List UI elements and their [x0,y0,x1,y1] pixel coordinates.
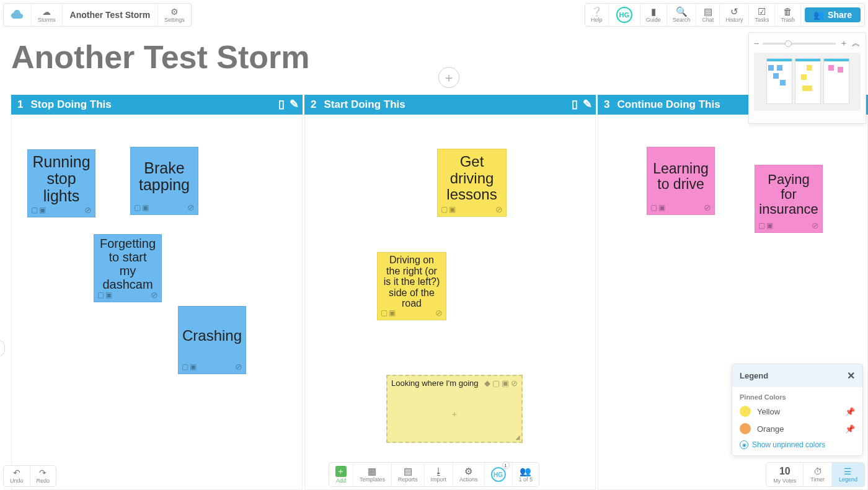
zoom-slider-knob[interactable] [785,40,792,47]
check-icon[interactable]: ⊘ [812,221,819,230]
search-button[interactable]: 🔍 Search [667,4,697,26]
collapse-minimap-icon[interactable]: ︽ [852,38,861,49]
check-icon[interactable]: ⊘ [235,362,242,372]
app-logo[interactable] [4,4,32,26]
redo-button[interactable]: ↷ Redo [30,466,56,486]
sticky-note[interactable]: Driving on the right (or is it the left?… [377,252,446,320]
history-button[interactable]: ↺ History [720,4,749,26]
history-icon: ↺ [730,7,738,16]
check-icon[interactable]: ⊘ [511,378,518,388]
sticky-note[interactable]: Forgetting to start my dashcam ▢▣⊘ [94,234,162,302]
comment-icon[interactable]: ▢ [441,206,448,214]
timer-button[interactable]: ⏱ Timer [804,463,832,486]
sticky-note[interactable]: Brake tapping ▢▣⊘ [130,147,198,215]
pin-icon[interactable]: 📌 [845,424,855,434]
stopwatch-icon: ⏱ [813,467,822,476]
sticky-note-editing[interactable]: Looking where I'm going ◆ ▢ ▣ ⊘ ＋ ◢ [386,375,523,443]
attachment-icon[interactable]: ▣ [190,363,197,371]
column-header[interactable]: 1 Stop Doing This ▯ ✎ [11,95,303,115]
help-button[interactable]: ❔ Help [585,4,609,26]
comment-icon[interactable]: ▢ [97,291,104,299]
trash-icon: 🗑 [783,7,792,16]
check-icon[interactable]: ⊘ [704,203,711,212]
attachment-icon[interactable]: ▣ [39,206,46,214]
attachment-icon[interactable]: ▣ [449,206,456,214]
bookmark-icon[interactable]: ▯ [572,97,578,111]
comment-icon[interactable]: ▢ [381,309,388,317]
legend-header: Legend ✕ [732,364,862,387]
note-editing-title[interactable]: Looking where I'm going [391,378,480,388]
legend-color-name: Yellow [757,407,780,416]
column-body[interactable]: Get driving lessons ▢▣⊘ Driving on the r… [304,115,596,490]
minimap-canvas[interactable] [754,53,861,111]
trash-button[interactable]: 🗑 Trash [775,4,801,26]
sticky-note[interactable]: Learning to drive ▢▣⊘ [647,147,715,215]
legend-button[interactable]: ☰ Legend [832,463,864,486]
edit-icon[interactable]: ✎ [290,97,299,111]
comment-icon[interactable]: ▢ [492,378,500,388]
bookmark-icon[interactable]: ▯ [278,97,285,111]
people-button[interactable]: 👥 1 of 5 [513,463,539,486]
sticky-note[interactable]: Paying for insurance ▢▣⊘ [755,165,823,233]
check-icon[interactable]: ⊘ [495,205,503,214]
show-unpinned-label: Show unpinned colors [752,440,825,449]
attachment-icon[interactable]: ▣ [105,291,112,299]
close-icon[interactable]: ✕ [847,370,855,382]
storm-title-header[interactable]: Another Test Storm [63,4,159,26]
comment-icon[interactable]: ▢ [134,204,141,212]
check-icon[interactable]: ⊘ [84,206,92,215]
comment-icon[interactable]: ▢ [650,204,657,212]
my-votes-button[interactable]: 10 My Votes [766,463,804,486]
pin-icon[interactable]: 📌 [845,407,855,416]
sticky-note[interactable]: Get driving lessons ▢▣⊘ [437,149,507,217]
chat-icon: ▤ [704,7,712,16]
zoom-in-button[interactable]: ＋ [839,38,848,49]
import-button[interactable]: ⭳ Import [424,463,453,486]
share-button[interactable]: 👥 Share [805,7,861,22]
add-note-button[interactable]: ＋ Add [329,463,353,486]
redo-icon: ↷ [39,468,46,477]
guide-label: Guide [646,17,661,23]
settings-nav[interactable]: ⚙ Settings [158,4,191,26]
legend-row-yellow[interactable]: Yellow 📌 [740,406,855,417]
attachment-icon[interactable]: ▣ [389,309,396,317]
resize-handle-icon[interactable]: ◢ [515,434,520,440]
legend-row-orange[interactable]: Orange 📌 [740,423,855,434]
templates-button[interactable]: ▦ Templates [353,463,392,486]
check-icon[interactable]: ⊘ [151,291,158,300]
column-body[interactable]: Running stop lights ▢▣⊘ Brake tapping ▢▣… [11,115,303,490]
history-label: History [725,17,743,23]
tasks-button[interactable]: ☑ Tasks [749,4,775,26]
legend-title: Legend [740,371,768,380]
tag-icon[interactable]: ◆ [484,378,490,388]
presence-avatar[interactable]: HG 1 [485,463,513,486]
chat-button[interactable]: ▤ Chat [696,4,720,26]
check-icon[interactable]: ⊘ [187,203,195,212]
user-avatar[interactable]: HG [609,4,640,26]
sticky-note[interactable]: Crashing ▢▣⊘ [178,306,246,374]
sticky-note[interactable]: Running stop lights ▢▣⊘ [27,149,95,217]
undo-button[interactable]: ↶ Undo [4,466,30,486]
note-editing-body[interactable]: ＋ [388,390,521,439]
left-drawer-tab[interactable] [0,339,5,357]
check-icon[interactable]: ⊘ [435,308,443,318]
actions-button[interactable]: ⚙ Actions [453,463,485,486]
zoom-slider[interactable] [763,43,836,45]
comment-icon[interactable]: ▢ [31,206,38,214]
edit-icon[interactable]: ✎ [583,97,592,111]
add-column-button[interactable]: ＋ [438,67,459,88]
storms-nav[interactable]: ☁ Storms [32,4,63,26]
reports-button[interactable]: ▤ Reports [392,463,425,486]
attachment-icon[interactable]: ▣ [658,204,665,212]
board-title[interactable]: Another Test Storm [11,38,310,76]
zoom-out-button[interactable]: − [754,38,759,48]
attachment-icon[interactable]: ▣ [766,222,773,230]
show-unpinned-link[interactable]: ◉ Show unpinned colors [740,440,855,449]
attachment-icon[interactable]: ▣ [142,204,149,212]
add-label: Add [336,478,346,484]
comment-icon[interactable]: ▢ [758,222,765,230]
comment-icon[interactable]: ▢ [182,363,188,371]
column-header[interactable]: 2 Start Doing This ▯ ✎ [304,95,596,115]
guide-button[interactable]: ▮ Guide [640,4,667,26]
attachment-icon[interactable]: ▣ [502,378,509,388]
